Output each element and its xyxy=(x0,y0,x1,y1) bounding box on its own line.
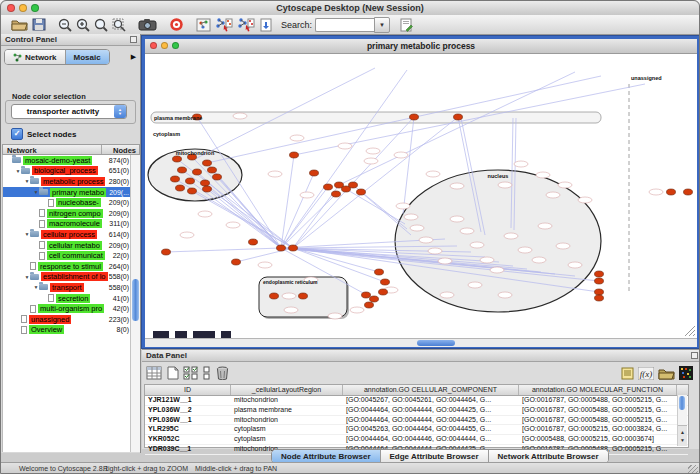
import-attributes-icon[interactable] xyxy=(658,367,675,380)
zoom-out-icon[interactable] xyxy=(58,17,72,33)
tree-row[interactable]: ▼primary metabo209(... xyxy=(3,187,131,198)
delete-attribute-icon[interactable] xyxy=(216,366,229,380)
network-node[interactable] xyxy=(232,259,241,265)
window-resize-grip[interactable] xyxy=(688,465,698,474)
network-node[interactable] xyxy=(277,245,286,251)
attribute-notes-icon[interactable] xyxy=(621,366,634,380)
float-panel-icon[interactable] xyxy=(130,36,137,43)
search-input[interactable] xyxy=(315,18,374,32)
node-color-dropdown[interactable]: transporter activity ▲▼ xyxy=(11,104,127,119)
network-node[interactable] xyxy=(162,249,171,255)
column-header[interactable]: annotation.GO MOLECULAR_FUNCTION xyxy=(519,385,677,395)
unselect-attributes-icon[interactable] xyxy=(202,366,212,380)
select-all-attributes-icon[interactable] xyxy=(146,366,162,380)
tree-row[interactable]: ▼metabolic process280(0) xyxy=(3,176,131,187)
tree-row[interactable]: ▼cellular process614(0) xyxy=(3,229,131,240)
destroy-view-icon[interactable] xyxy=(237,17,255,33)
column-header[interactable]: ID xyxy=(145,385,231,395)
network-node[interactable] xyxy=(349,182,358,188)
network-node[interactable] xyxy=(201,180,210,186)
network-node[interactable] xyxy=(595,271,604,277)
network-node[interactable] xyxy=(203,160,212,166)
network-node[interactable] xyxy=(173,156,182,162)
zoom-in-icon[interactable] xyxy=(76,17,90,33)
table-scrollbar-arrows[interactable]: ▲▼ xyxy=(678,425,687,446)
control-panel-titlebar[interactable]: Control Panel xyxy=(1,34,140,46)
open-session-icon[interactable] xyxy=(11,17,28,33)
network-overview-icon[interactable] xyxy=(196,17,211,33)
search-dropdown-button[interactable]: ▼ xyxy=(374,17,390,33)
canvas-resize-grip[interactable] xyxy=(693,334,695,336)
select-nodes-checkbox[interactable]: ✓ xyxy=(11,128,23,140)
table-row[interactable]: YKR052Ccytoplasm[GO:0044464, GO:0044446,… xyxy=(145,435,688,445)
help-icon[interactable] xyxy=(169,17,184,33)
table-row[interactable]: YLR295Ccytoplasm[GO:0045263, GO:0044464,… xyxy=(145,425,688,435)
column-header[interactable]: annotation.GO CELLULAR_COMPONENT xyxy=(343,385,519,395)
scroll-up-icon[interactable]: ▲ xyxy=(680,428,685,436)
tree-row[interactable]: cell communicat22(0) xyxy=(3,250,131,261)
network-node[interactable] xyxy=(595,278,604,284)
network-node[interactable] xyxy=(410,114,419,120)
network-node[interactable] xyxy=(270,293,279,299)
network-node[interactable] xyxy=(249,239,258,245)
window-titlebar[interactable]: Cytoscape Desktop (New Session) xyxy=(1,1,699,16)
tree-row[interactable]: unassigned223(0) xyxy=(3,314,131,325)
create-view-icon[interactable] xyxy=(215,17,233,33)
network-node[interactable] xyxy=(188,188,197,194)
network-node[interactable] xyxy=(213,174,222,180)
select-attributes-icon[interactable] xyxy=(183,366,198,380)
network-node[interactable] xyxy=(208,167,217,173)
network-node[interactable] xyxy=(299,293,308,299)
tree-row[interactable]: mosaic-demo-yeast874(0) xyxy=(3,155,131,166)
network-view-titlebar[interactable]: primary metabolic process xyxy=(145,39,697,54)
network-node[interactable] xyxy=(454,114,463,120)
network-node[interactable] xyxy=(332,191,341,197)
network-node[interactable] xyxy=(667,189,676,195)
tree-row[interactable]: Overview8(0) xyxy=(3,325,131,336)
network-node[interactable] xyxy=(289,245,298,251)
canvas-horizontal-scrollbar[interactable] xyxy=(145,338,697,347)
data-panel-titlebar[interactable]: Data Panel xyxy=(142,350,700,362)
table-row[interactable]: YPL036W__2plasma membrane[GO:0044464, GO… xyxy=(145,406,688,416)
network-canvas[interactable]: plasma membranecytoplasmmitochondrionnuc… xyxy=(145,54,697,338)
tree-scrollbar[interactable] xyxy=(130,155,140,452)
network-node[interactable] xyxy=(370,296,379,302)
network-node[interactable] xyxy=(362,292,371,298)
tree-row[interactable]: ▼biological_process651(0) xyxy=(3,166,131,177)
network-node[interactable] xyxy=(381,279,390,285)
scroll-down-icon[interactable]: ▼ xyxy=(680,436,685,444)
network-node[interactable] xyxy=(379,289,388,295)
float-data-panel-icon[interactable] xyxy=(691,352,698,359)
tree-row[interactable]: macromolecule311(0) xyxy=(3,219,131,230)
network-node[interactable] xyxy=(310,170,319,176)
network-node[interactable] xyxy=(186,178,195,184)
network-node[interactable] xyxy=(176,185,185,191)
tree-row[interactable]: nitrogen compo209(0) xyxy=(3,208,131,219)
save-session-icon[interactable] xyxy=(32,17,46,33)
network-node[interactable] xyxy=(595,289,604,295)
network-node[interactable] xyxy=(290,152,299,158)
tree-row[interactable]: response to stimul264(0) xyxy=(3,261,131,272)
table-scrollbar[interactable]: ▲▼ xyxy=(677,395,687,446)
tree-header-network[interactable]: Network xyxy=(3,145,102,154)
tree-row[interactable]: cellular metabo209(0) xyxy=(3,240,131,251)
snapshot-icon[interactable] xyxy=(138,17,157,33)
network-node[interactable] xyxy=(203,186,212,192)
zoom-selected-icon[interactable] xyxy=(112,17,126,33)
network-node[interactable] xyxy=(324,184,333,190)
import-network-icon[interactable] xyxy=(259,17,273,33)
tab-overflow-button[interactable]: ▶ xyxy=(129,51,138,62)
tree-row[interactable]: ▼establishment of lo558(0) xyxy=(3,272,131,283)
table-scrollbar-thumb[interactable] xyxy=(679,396,685,410)
network-node[interactable] xyxy=(357,189,366,195)
tab-network[interactable]: Network xyxy=(5,50,66,64)
tree-header-nodes[interactable]: Nodes xyxy=(102,145,139,154)
function-builder-icon[interactable]: f(x) xyxy=(638,367,654,380)
canvas-hscrollbar-thumb[interactable] xyxy=(417,340,455,346)
tree-row[interactable]: secretion41(0) xyxy=(3,293,131,304)
tree-row[interactable]: multi-organism pro42(0) xyxy=(3,303,131,314)
network-node[interactable] xyxy=(365,302,374,308)
new-attribute-icon[interactable] xyxy=(166,366,179,380)
network-node[interactable] xyxy=(193,169,202,175)
tab-mosaic[interactable]: Mosaic xyxy=(66,50,109,64)
